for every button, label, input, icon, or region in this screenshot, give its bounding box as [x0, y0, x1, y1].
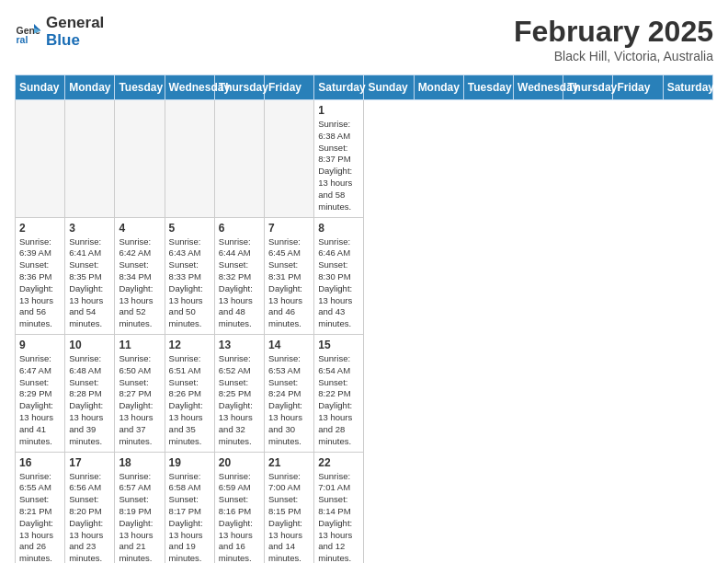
weekday-header-saturday: Saturday — [663, 75, 712, 100]
day-info: Sunrise: 6:45 AM Sunset: 8:31 PM Dayligh… — [268, 236, 310, 331]
day-info: Sunrise: 6:53 AM Sunset: 8:24 PM Dayligh… — [268, 353, 310, 448]
calendar-cell: 12Sunrise: 6:51 AM Sunset: 8:26 PM Dayli… — [165, 335, 214, 453]
weekday-header-wednesday: Wednesday — [514, 75, 563, 100]
day-number: 10 — [69, 339, 110, 351]
day-number: 6 — [219, 222, 260, 235]
weekday-header-monday: Monday — [414, 75, 463, 100]
day-info: Sunrise: 6:52 AM Sunset: 8:25 PM Dayligh… — [219, 353, 260, 448]
calendar-header-row: SundayMondayTuesdayWednesdayThursdayFrid… — [16, 75, 713, 100]
calendar-cell: 17Sunrise: 6:56 AM Sunset: 8:20 PM Dayli… — [65, 452, 115, 563]
logo: Gene ral General Blue — [15, 15, 104, 49]
day-number: 3 — [69, 222, 110, 235]
calendar-cell: 13Sunrise: 6:52 AM Sunset: 8:25 PM Dayli… — [214, 335, 264, 453]
weekday-header-thursday: Thursday — [563, 75, 613, 100]
day-info: Sunrise: 6:51 AM Sunset: 8:26 PM Dayligh… — [169, 353, 210, 448]
day-info: Sunrise: 6:56 AM Sunset: 8:20 PM Dayligh… — [69, 471, 110, 564]
calendar-cell: 14Sunrise: 6:53 AM Sunset: 8:24 PM Dayli… — [265, 335, 314, 453]
day-number: 11 — [119, 339, 160, 351]
calendar-cell: 21Sunrise: 7:00 AM Sunset: 8:15 PM Dayli… — [265, 452, 314, 563]
day-info: Sunrise: 6:42 AM Sunset: 8:34 PM Dayligh… — [119, 236, 160, 331]
calendar-cell — [165, 100, 214, 218]
day-info: Sunrise: 6:55 AM Sunset: 8:21 PM Dayligh… — [19, 471, 61, 564]
day-number: 20 — [219, 456, 260, 469]
day-number: 9 — [19, 339, 61, 351]
weekday-header-thursday: Thursday — [214, 75, 264, 100]
logo-general: General — [46, 15, 104, 32]
day-info: Sunrise: 6:38 AM Sunset: 8:37 PM Dayligh… — [318, 119, 359, 213]
weekday-header-monday: Monday — [65, 75, 115, 100]
day-number: 13 — [219, 339, 260, 351]
day-number: 5 — [169, 222, 210, 235]
day-number: 8 — [318, 222, 359, 235]
calendar-week-row: 1Sunrise: 6:38 AM Sunset: 8:37 PM Daylig… — [16, 100, 713, 218]
calendar-cell: 1Sunrise: 6:38 AM Sunset: 8:37 PM Daylig… — [314, 100, 364, 218]
calendar-week-row: 9Sunrise: 6:47 AM Sunset: 8:29 PM Daylig… — [16, 335, 713, 453]
day-info: Sunrise: 6:41 AM Sunset: 8:35 PM Dayligh… — [69, 236, 110, 331]
calendar-cell: 6Sunrise: 6:44 AM Sunset: 8:32 PM Daylig… — [214, 217, 264, 335]
calendar-cell: 16Sunrise: 6:55 AM Sunset: 8:21 PM Dayli… — [16, 452, 65, 563]
weekday-header-sunday: Sunday — [16, 75, 65, 100]
calendar-cell: 5Sunrise: 6:43 AM Sunset: 8:33 PM Daylig… — [165, 217, 214, 335]
day-number: 12 — [169, 339, 210, 351]
day-number: 2 — [19, 222, 61, 235]
day-info: Sunrise: 7:00 AM Sunset: 8:15 PM Dayligh… — [268, 471, 310, 564]
calendar-cell — [115, 100, 165, 218]
day-info: Sunrise: 6:57 AM Sunset: 8:19 PM Dayligh… — [119, 471, 160, 564]
calendar-cell: 7Sunrise: 6:45 AM Sunset: 8:31 PM Daylig… — [265, 217, 314, 335]
calendar-cell: 20Sunrise: 6:59 AM Sunset: 8:16 PM Dayli… — [214, 452, 264, 563]
calendar-cell — [265, 100, 314, 218]
calendar-table: SundayMondayTuesdayWednesdayThursdayFrid… — [15, 75, 713, 563]
day-info: Sunrise: 6:50 AM Sunset: 8:27 PM Dayligh… — [119, 353, 160, 448]
calendar-cell: 3Sunrise: 6:41 AM Sunset: 8:35 PM Daylig… — [65, 217, 115, 335]
day-number: 4 — [119, 222, 160, 235]
calendar-cell: 22Sunrise: 7:01 AM Sunset: 8:14 PM Dayli… — [314, 452, 364, 563]
calendar-cell — [16, 100, 65, 218]
day-info: Sunrise: 6:47 AM Sunset: 8:29 PM Dayligh… — [19, 353, 61, 448]
calendar-cell: 18Sunrise: 6:57 AM Sunset: 8:19 PM Dayli… — [115, 452, 165, 563]
location-title: Black Hill, Victoria, Australia — [514, 49, 713, 63]
calendar-cell: 10Sunrise: 6:48 AM Sunset: 8:28 PM Dayli… — [65, 335, 115, 453]
weekday-header-friday: Friday — [613, 75, 663, 100]
day-info: Sunrise: 6:39 AM Sunset: 8:36 PM Dayligh… — [19, 236, 61, 331]
calendar-week-row: 2Sunrise: 6:39 AM Sunset: 8:36 PM Daylig… — [16, 217, 713, 335]
logo-blue: Blue — [46, 32, 104, 50]
day-info: Sunrise: 6:44 AM Sunset: 8:32 PM Dayligh… — [219, 236, 260, 331]
day-info: Sunrise: 6:58 AM Sunset: 8:17 PM Dayligh… — [169, 471, 210, 564]
weekday-header-saturday: Saturday — [314, 75, 364, 100]
day-number: 16 — [19, 456, 61, 469]
month-title: February 2025 — [514, 15, 713, 49]
day-number: 7 — [268, 222, 310, 235]
calendar-cell: 11Sunrise: 6:50 AM Sunset: 8:27 PM Dayli… — [115, 335, 165, 453]
calendar-cell: 19Sunrise: 6:58 AM Sunset: 8:17 PM Dayli… — [165, 452, 214, 563]
day-info: Sunrise: 6:43 AM Sunset: 8:33 PM Dayligh… — [169, 236, 210, 331]
weekday-header-friday: Friday — [265, 75, 314, 100]
day-number: 17 — [69, 456, 110, 469]
title-area: February 2025 Black Hill, Victoria, Aust… — [514, 15, 713, 63]
day-number: 21 — [268, 456, 310, 469]
weekday-header-tuesday: Tuesday — [115, 75, 165, 100]
day-number: 14 — [268, 339, 310, 351]
svg-text:ral: ral — [17, 34, 28, 45]
day-number: 18 — [119, 456, 160, 469]
day-info: Sunrise: 7:01 AM Sunset: 8:14 PM Dayligh… — [318, 471, 359, 564]
calendar-cell: 4Sunrise: 6:42 AM Sunset: 8:34 PM Daylig… — [115, 217, 165, 335]
weekday-header-sunday: Sunday — [364, 75, 414, 100]
calendar-cell: 8Sunrise: 6:46 AM Sunset: 8:30 PM Daylig… — [314, 217, 364, 335]
day-info: Sunrise: 6:48 AM Sunset: 8:28 PM Dayligh… — [69, 353, 110, 448]
calendar-cell: 9Sunrise: 6:47 AM Sunset: 8:29 PM Daylig… — [16, 335, 65, 453]
weekday-header-wednesday: Wednesday — [165, 75, 214, 100]
day-number: 1 — [318, 104, 359, 117]
header: Gene ral General Blue February 2025 Blac… — [15, 15, 713, 63]
calendar-cell — [214, 100, 264, 218]
calendar-cell — [65, 100, 115, 218]
calendar-cell: 15Sunrise: 6:54 AM Sunset: 8:22 PM Dayli… — [314, 335, 364, 453]
day-number: 15 — [318, 339, 359, 351]
calendar-cell: 2Sunrise: 6:39 AM Sunset: 8:36 PM Daylig… — [16, 217, 65, 335]
calendar-week-row: 16Sunrise: 6:55 AM Sunset: 8:21 PM Dayli… — [16, 452, 713, 563]
day-info: Sunrise: 6:59 AM Sunset: 8:16 PM Dayligh… — [219, 471, 260, 564]
day-number: 22 — [318, 456, 359, 469]
logo-icon: Gene ral — [15, 18, 42, 46]
weekday-header-tuesday: Tuesday — [463, 75, 513, 100]
day-number: 19 — [169, 456, 210, 469]
day-info: Sunrise: 6:54 AM Sunset: 8:22 PM Dayligh… — [318, 353, 359, 448]
